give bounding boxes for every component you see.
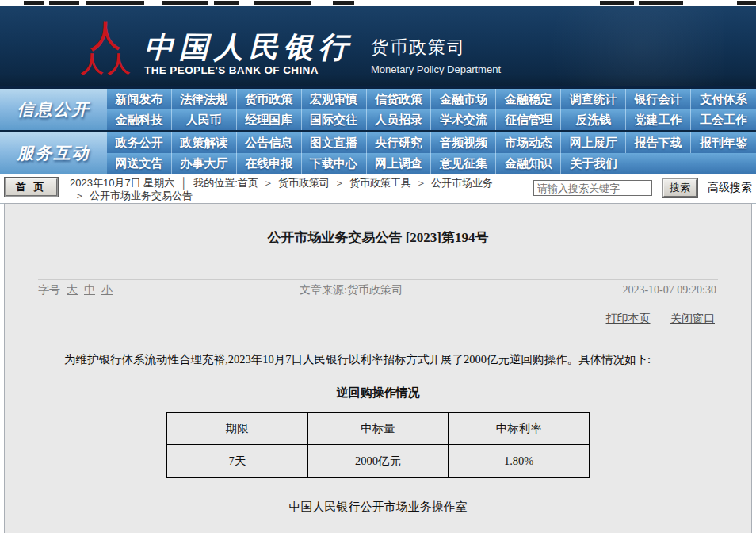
nav-item[interactable]: 人民币 (172, 109, 237, 130)
breadcrumb-separator: ＞ (263, 177, 273, 189)
nav-item[interactable]: 图文直播 (302, 132, 367, 153)
font-size-link[interactable]: 中 (84, 283, 95, 297)
article-title: 公开市场业务交易公告 [2023]第194号 (5, 228, 751, 247)
article-panel: 公开市场业务交易公告 [2023]第194号 字号 大中小 文章来源:货币政策司… (4, 203, 752, 533)
nav-item[interactable]: 政策解读 (172, 132, 237, 153)
nav-filler (626, 153, 756, 174)
nav-item[interactable]: 金融科技 (107, 109, 172, 130)
pboc-logo-icon: 人 人 人 (79, 19, 132, 75)
table-header-cell: 中标利率 (449, 413, 590, 445)
nav-item[interactable]: 在线申报 (237, 153, 302, 174)
site-header: 人 人 人 中国人民银行 THE PEOPLE'S BANK OF CHINA … (0, 6, 756, 89)
bank-name-en: THE PEOPLE'S BANK OF CHINA (144, 64, 353, 76)
nav-row: 政务公开政策解读公告信息图文直播央行研究音频视频市场动态网上展厅报告下载报刊年鉴 (107, 132, 756, 153)
nav-item[interactable]: 反洗钱 (561, 109, 626, 130)
cropped-text-artifact (0, 0, 756, 6)
breadcrumb: 2023年10月7日 星期六│我的位置:首页＞货币政策司＞货币政策工具＞公开市场… (70, 177, 502, 202)
svg-text:人: 人 (107, 51, 131, 75)
nav-item[interactable]: 音频视频 (431, 132, 496, 153)
nav-item[interactable]: 信贷政策 (367, 89, 432, 109)
nav-item[interactable]: 调查统计 (561, 89, 626, 109)
main-navigation: 信息公开新闻发布法律法规货币政策宏观审慎信贷政策金融市场金融稳定调查统计银行会计… (0, 89, 756, 174)
nav-item[interactable]: 报刊年鉴 (691, 132, 756, 153)
breadcrumb-separator: ＞ (334, 177, 345, 189)
table-header-cell: 期限 (167, 413, 308, 445)
nav-item[interactable]: 网上调查 (367, 153, 432, 174)
cropped-text-mark (162, 1, 208, 5)
nav-item[interactable]: 意见征集 (431, 153, 496, 174)
search-button[interactable]: 搜索 (662, 178, 698, 198)
nav-item[interactable]: 法律法规 (172, 89, 237, 109)
nav-item[interactable]: 下载中心 (302, 153, 367, 174)
article-meta-row: 字号 大中小 文章来源:货币政策司 2023-10-07 09:20:30 (38, 279, 718, 301)
breadcrumb-divider: │ (181, 177, 187, 189)
cropped-text-mark (24, 1, 44, 5)
article-signer: 中国人民银行公开市场业务操作室 (5, 500, 751, 515)
nav-section-label: 服务互动 (0, 132, 107, 174)
nav-item[interactable]: 政务公开 (107, 132, 172, 153)
nav-item[interactable]: 市场动态 (496, 132, 561, 153)
table-caption: 逆回购操作情况 (5, 385, 751, 401)
nav-item[interactable]: 银行会计 (626, 89, 691, 109)
department-name-cn: 货币政策司 (371, 36, 501, 59)
print-page-link[interactable]: 打印本页 (606, 313, 651, 324)
close-window-link[interactable]: 关闭窗口 (670, 313, 715, 324)
nav-section-2: 服务互动政务公开政策解读公告信息图文直播央行研究音频视频市场动态网上展厅报告下载… (0, 132, 756, 174)
nav-item[interactable]: 经理国库 (237, 109, 302, 130)
pboc-page: 人 人 人 中国人民银行 THE PEOPLE'S BANK OF CHINA … (0, 0, 756, 533)
svg-text:人: 人 (80, 51, 104, 75)
home-button[interactable]: 首 页 (4, 177, 59, 197)
cropped-text-mark (49, 1, 79, 5)
nav-item[interactable]: 新闻发布 (107, 89, 172, 109)
breadcrumb-bar: 首 页 2023年10月7日 星期六│我的位置:首页＞货币政策司＞货币政策工具＞… (0, 174, 756, 204)
breadcrumb-location-label[interactable]: 我的位置:首页 (193, 177, 258, 189)
font-size-label: 字号 (38, 283, 60, 297)
reverse-repo-table: 期限中标量中标利率7天2000亿元1.80% (166, 412, 590, 478)
nav-row: 网送文告办事大厅在线申报下载中心网上调查意见征集金融知识关于我们 (107, 153, 756, 174)
font-size-link[interactable]: 小 (101, 283, 113, 297)
svg-text:人: 人 (90, 19, 120, 53)
nav-section-label: 信息公开 (0, 89, 107, 130)
nav-item[interactable]: 金融稳定 (496, 89, 561, 109)
nav-item[interactable]: 学术交流 (431, 109, 496, 130)
article-datetime: 2023-10-07 09:20:30 (622, 284, 716, 297)
search-area: 搜索 高级搜索 (533, 178, 752, 198)
nav-row: 新闻发布法律法规货币政策宏观审慎信贷政策金融市场金融稳定调查统计银行会计支付体系 (107, 89, 756, 109)
table-cell: 2000亿元 (307, 445, 449, 478)
font-size-link[interactable]: 大 (67, 283, 78, 297)
nav-item[interactable]: 网送文告 (107, 153, 172, 174)
department-name-en: Monetary Policy Department (371, 63, 501, 75)
nav-item[interactable]: 国际交往 (302, 109, 367, 130)
nav-row: 金融科技人民币经理国库国际交往人员招录学术交流征信管理反洗钱党建工作工会工作 (107, 109, 756, 130)
bank-name-cn: 中国人民银行 (144, 32, 353, 63)
advanced-search-link[interactable]: 高级搜索 (708, 181, 752, 195)
article-actions: 打印本页 关闭窗口 (5, 312, 715, 326)
nav-item[interactable]: 货币政策 (237, 89, 302, 109)
nav-item[interactable]: 党建工作 (626, 109, 691, 130)
cropped-text-mark (600, 1, 634, 5)
nav-item[interactable]: 公告信息 (237, 132, 302, 153)
breadcrumb-link[interactable]: 货币政策司 (278, 177, 330, 189)
nav-item[interactable]: 关于我们 (561, 153, 626, 174)
breadcrumb-date: 2023年10月7日 星期六 (70, 177, 174, 189)
nav-item[interactable]: 央行研究 (367, 132, 432, 153)
search-input[interactable] (533, 180, 652, 196)
breadcrumb-link[interactable]: 货币政策工具 (349, 177, 411, 189)
nav-item[interactable]: 金融市场 (431, 89, 496, 109)
nav-item[interactable]: 办事大厅 (172, 153, 237, 174)
nav-item[interactable]: 人员招录 (367, 109, 432, 130)
breadcrumb-link[interactable]: 公开市场业务交易公告 (90, 190, 193, 201)
nav-section-1: 信息公开新闻发布法律法规货币政策宏观审慎信贷政策金融市场金融稳定调查统计银行会计… (0, 89, 756, 132)
nav-item[interactable]: 工会工作 (691, 109, 756, 130)
nav-item[interactable]: 金融知识 (496, 153, 561, 174)
nav-item[interactable]: 报告下载 (626, 132, 691, 153)
cropped-text-mark (254, 1, 311, 5)
breadcrumb-link[interactable]: 公开市场业务 (431, 177, 493, 189)
nav-item[interactable]: 网上展厅 (561, 132, 626, 153)
nav-item[interactable]: 征信管理 (496, 109, 561, 130)
nav-item[interactable]: 宏观审慎 (302, 89, 367, 109)
table-cell: 7天 (167, 445, 308, 478)
nav-item[interactable]: 支付体系 (691, 89, 756, 109)
table-header-cell: 中标量 (307, 413, 449, 445)
cropped-text-mark (737, 1, 756, 5)
